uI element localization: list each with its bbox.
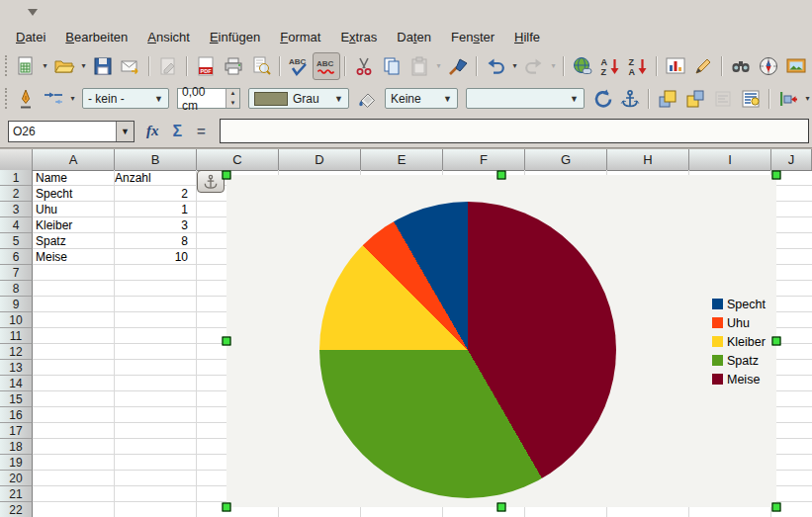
- selection-handle-middle-left[interactable]: [223, 337, 231, 346]
- menu-format[interactable]: Format: [270, 27, 330, 47]
- print-preview-button[interactable]: [247, 52, 275, 80]
- selection-handle-middle-right[interactable]: [772, 337, 781, 346]
- selection-handle-top-center[interactable]: [497, 171, 506, 180]
- row-header-1[interactable]: 1: [0, 170, 33, 186]
- row-header-7[interactable]: 7: [0, 265, 33, 281]
- cell-A6[interactable]: Meise: [36, 249, 112, 265]
- open-document-button[interactable]: [50, 52, 78, 80]
- row-header-16[interactable]: 16: [0, 407, 33, 423]
- cell-B4[interactable]: 3: [115, 217, 191, 233]
- new-document-dropdown-icon[interactable]: ▾: [40, 61, 50, 70]
- row-header-21[interactable]: 21: [0, 486, 33, 502]
- row-header-12[interactable]: 12: [0, 344, 33, 360]
- row-header-3[interactable]: 3: [0, 202, 33, 217]
- column-header-f[interactable]: F: [443, 149, 525, 170]
- cell-B6[interactable]: 10: [115, 249, 191, 265]
- line-style-select-arrow-icon[interactable]: ▼: [154, 94, 163, 104]
- auto-spellcheck-button[interactable]: ABC: [313, 52, 340, 80]
- sum-icon[interactable]: Σ: [173, 123, 183, 140]
- cell-B3[interactable]: 1: [115, 202, 191, 217]
- column-header-j[interactable]: J: [771, 149, 812, 170]
- format-paintbrush-button[interactable]: [444, 52, 472, 80]
- line-style-select[interactable]: - kein -▼: [82, 88, 169, 109]
- line-width-spinner-steppers[interactable]: ▲▼: [226, 89, 239, 108]
- cell-B2[interactable]: 2: [115, 186, 191, 202]
- input-line[interactable]: [220, 119, 809, 143]
- undo-dropdown-icon[interactable]: ▾: [509, 61, 520, 70]
- line-width-spinner[interactable]: 0,00 cm▲▼: [177, 88, 240, 109]
- column-header-c[interactable]: C: [197, 149, 279, 170]
- save-button[interactable]: [89, 52, 117, 80]
- fill-style-select[interactable]: Keine▼: [385, 88, 458, 109]
- spellcheck-button[interactable]: ABC: [285, 52, 313, 80]
- cell-A5[interactable]: Spatz: [36, 233, 112, 249]
- sort-descending-button[interactable]: ZA: [624, 52, 652, 80]
- sort-ascending-button[interactable]: AZ: [596, 52, 624, 80]
- toolbar-grip[interactable]: [5, 55, 7, 76]
- fill-color-select-arrow-icon[interactable]: ▼: [570, 94, 579, 104]
- column-header-g[interactable]: G: [525, 149, 607, 170]
- copy-button[interactable]: [378, 52, 406, 80]
- selection-handle-bottom-center[interactable]: [497, 503, 506, 512]
- area-fill-button[interactable]: [353, 85, 381, 113]
- cell-A2[interactable]: Specht: [36, 186, 112, 202]
- new-document-button[interactable]: [12, 52, 40, 80]
- column-header-i[interactable]: I: [689, 149, 771, 170]
- fill-style-select-arrow-icon[interactable]: ▼: [443, 94, 452, 104]
- open-document-dropdown-icon[interactable]: ▾: [78, 61, 89, 70]
- row-header-4[interactable]: 4: [0, 217, 33, 233]
- row-header-20[interactable]: 20: [0, 471, 33, 486]
- hyperlink-button[interactable]: [569, 52, 596, 80]
- menu-extras[interactable]: Extras: [330, 27, 387, 47]
- ink-pen-button[interactable]: [12, 85, 40, 113]
- fill-color-select[interactable]: ▼: [466, 88, 585, 109]
- menu-hilfe[interactable]: Hilfe: [504, 27, 550, 47]
- row-header-14[interactable]: 14: [0, 376, 33, 391]
- row-header-6[interactable]: 6: [0, 249, 33, 265]
- column-header-d[interactable]: D: [279, 149, 361, 170]
- column-header-h[interactable]: H: [607, 149, 689, 170]
- row-header-22[interactable]: 22: [0, 502, 33, 517]
- send-to-back-button[interactable]: [681, 85, 709, 113]
- gallery-button[interactable]: [782, 52, 810, 80]
- row-header-15[interactable]: 15: [0, 391, 33, 407]
- row-header-10[interactable]: 10: [0, 312, 33, 328]
- name-box-dropdown-icon[interactable]: ▼: [116, 122, 134, 141]
- draw-functions-button[interactable]: [689, 52, 717, 80]
- email-button[interactable]: [117, 52, 144, 80]
- selection-handle-top-right[interactable]: [772, 171, 781, 180]
- bring-to-front-button[interactable]: [654, 85, 681, 113]
- cut-button[interactable]: [350, 52, 378, 80]
- arrow-style-dropdown-icon[interactable]: ▾: [67, 94, 78, 103]
- toolbar-grip[interactable]: [5, 88, 7, 109]
- cell-A4[interactable]: Kleiber: [36, 217, 112, 233]
- column-header-a[interactable]: A: [33, 149, 115, 170]
- function-wizard-icon[interactable]: fx: [146, 123, 159, 139]
- find-replace-button[interactable]: [727, 52, 755, 80]
- pie-plot[interactable]: [319, 202, 616, 498]
- navigator-button[interactable]: [755, 52, 782, 80]
- formula-icon[interactable]: =: [197, 123, 206, 139]
- row-header-13[interactable]: 13: [0, 360, 33, 376]
- menu-einfgen[interactable]: Einfügen: [200, 27, 270, 47]
- menu-ansicht[interactable]: Ansicht: [137, 27, 200, 47]
- row-header-18[interactable]: 18: [0, 439, 33, 455]
- menu-bearbeiten[interactable]: Bearbeiten: [55, 27, 137, 47]
- cell-A3[interactable]: Uhu: [36, 202, 112, 217]
- line-color-select-arrow-icon[interactable]: ▼: [334, 94, 343, 104]
- text-wrap-button[interactable]: [737, 85, 765, 113]
- row-header-9[interactable]: 9: [0, 297, 33, 312]
- insert-chart-button[interactable]: [662, 52, 689, 80]
- rotate-object-button[interactable]: [588, 85, 616, 113]
- column-header-b[interactable]: B: [115, 149, 197, 170]
- select-all-corner[interactable]: [0, 149, 33, 170]
- row-header-2[interactable]: 2: [0, 186, 33, 202]
- row-header-11[interactable]: 11: [0, 328, 33, 344]
- cell-A1[interactable]: Name: [36, 170, 112, 186]
- selection-handle-bottom-left[interactable]: [223, 503, 231, 512]
- chart-anchor-button[interactable]: [197, 170, 225, 193]
- column-header-e[interactable]: E: [361, 149, 443, 170]
- chart-legend[interactable]: SpechtUhuKleiberSpatzMeise: [712, 295, 766, 388]
- menu-daten[interactable]: Daten: [387, 27, 441, 47]
- name-box[interactable]: O26 ▼: [8, 121, 135, 142]
